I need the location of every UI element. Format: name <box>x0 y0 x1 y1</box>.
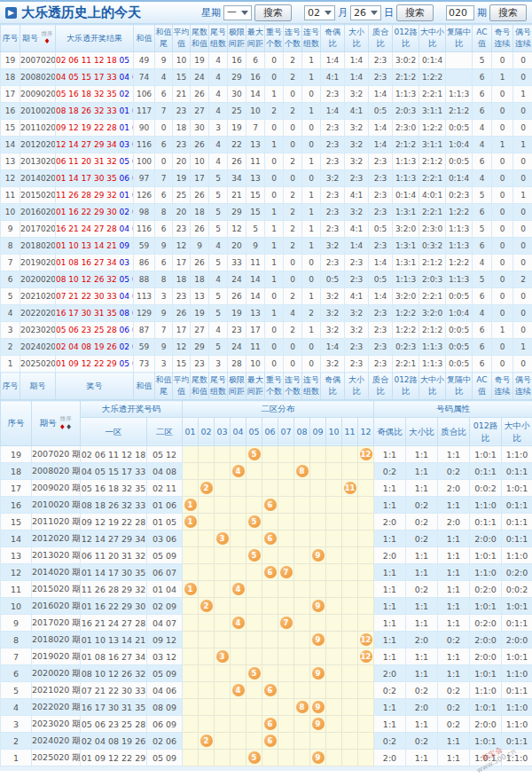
footer-column-header-20: 奇号连续 <box>492 373 513 400</box>
seq-cell: 13 <box>1 547 32 564</box>
zone1-cell: 11 26 28 29 32 <box>81 581 147 598</box>
value-cell: 5 <box>473 271 492 288</box>
attr-column-header-0: 奇偶比 <box>374 417 406 446</box>
value-cell: 100 <box>134 153 155 170</box>
front-numbers: 16 21 24 27 28 <box>56 224 117 233</box>
result-cell: 05 16 18 32 35 02 11 <box>56 86 134 103</box>
dist-cell <box>246 716 262 733</box>
week-search-button[interactable]: 搜索 <box>254 4 292 21</box>
value-cell: 3:2 <box>321 238 345 255</box>
dist-cell <box>278 547 294 564</box>
period-cell: 2020020 期 <box>32 665 81 682</box>
footer-column-header-0: 序号 <box>1 373 20 400</box>
value-cell: 1:2:2 <box>419 69 446 86</box>
value-cell: 59 <box>134 238 155 255</box>
attr-cell: 1:0:1 <box>502 480 532 497</box>
dist-cell <box>262 699 278 716</box>
value-cell: 16 <box>228 52 246 69</box>
value-cell: 3:2 <box>345 204 369 221</box>
attr-cell: 0:0:2 <box>470 480 502 497</box>
value-cell: 8 <box>155 204 173 221</box>
sort-icon[interactable]: 排序♦ <box>41 31 53 45</box>
dist-cell <box>246 733 262 750</box>
front-numbers: 02 06 11 12 18 <box>56 56 117 65</box>
value-cell: 1:0:4 <box>446 305 473 322</box>
dist-cell <box>215 581 231 598</box>
column-header-9: 最大间距 <box>246 25 265 52</box>
value-cell: 24 <box>228 339 246 356</box>
value-cell: 3:2 <box>345 305 369 322</box>
value-cell: 2:3 <box>345 271 369 288</box>
value-cell: 6 <box>473 322 492 339</box>
value-cell: 3:2 <box>345 86 369 103</box>
seq-cell: 15 <box>1 120 20 137</box>
column-header-1: 期号排序♦ <box>20 25 56 52</box>
period-cell: 2016020 <box>20 204 56 221</box>
attr-cell: 1:0:1 <box>502 598 532 615</box>
group-header-attrs: 号码属性 <box>374 401 532 418</box>
attr-cell: 0:1:1 <box>502 514 532 530</box>
footer-column-header-21: 偶号连续 <box>513 373 532 400</box>
value-cell: 0:5 <box>369 271 393 288</box>
issue-search-button[interactable]: 搜索 <box>489 4 527 21</box>
value-cell: 1 <box>492 322 513 339</box>
dist-cell <box>278 750 294 766</box>
value-cell: 0:2:3 <box>446 187 473 204</box>
value-cell: 2:3 <box>345 339 369 356</box>
dist-cell <box>231 514 246 530</box>
month-select[interactable]: 02 <box>304 5 335 20</box>
dist-cell <box>246 598 262 615</box>
table-row: 32023020 期05 06 23 25 2806 09691:11:10:2… <box>1 716 532 733</box>
issue-input[interactable] <box>446 5 474 20</box>
attr-cell: 1:1:0 <box>502 750 532 766</box>
ball: 5 <box>248 515 261 528</box>
value-cell: 4 <box>209 153 228 170</box>
dist-cell <box>278 733 294 750</box>
value-cell: 0 <box>302 120 321 137</box>
zone1-cell: 01 08 16 27 34 <box>81 648 147 665</box>
zone2-cell: 02 06 <box>147 733 183 750</box>
dist-cell <box>215 463 231 480</box>
value-cell: 25 <box>228 103 246 120</box>
value-cell: 5 <box>246 221 265 238</box>
attr-cell: 0:2 <box>438 699 470 716</box>
period-cell: 2019020 <box>20 255 56 271</box>
seq-cell: 7 <box>1 648 32 665</box>
attr-cell: 0:1:1 <box>502 615 532 632</box>
value-cell: 3 <box>209 120 228 137</box>
column-header-0: 序号 <box>1 25 20 52</box>
value-cell: 6 <box>473 339 492 356</box>
value-cell: 1:1:3 <box>393 170 419 187</box>
day-select[interactable]: 26 <box>350 5 381 20</box>
dist-cell <box>342 682 358 699</box>
dist-cell <box>294 530 310 547</box>
dist-cell: 1 <box>183 497 199 514</box>
sort-icon[interactable]: 排序♦♦ <box>59 416 72 431</box>
attr-cell: 1:1 <box>374 716 406 733</box>
front-numbers: 05 06 23 25 28 <box>56 326 117 334</box>
dist-cell: 5 <box>246 446 262 463</box>
dist-cell <box>326 648 342 665</box>
dist-cell <box>215 682 231 699</box>
value-cell: 87 <box>134 322 155 339</box>
value-cell: 9 <box>155 238 173 255</box>
value-cell: 0 <box>513 204 532 221</box>
value-cell: 6 <box>246 52 265 69</box>
attr-cell: 1:0:1 <box>470 547 502 564</box>
value-cell: 0 <box>284 137 302 153</box>
dist-cell <box>199 665 215 682</box>
value-cell: 88 <box>134 271 155 288</box>
dist-cell <box>326 716 342 733</box>
dist-cell <box>342 733 358 750</box>
attr-cell: 1:1 <box>374 530 406 547</box>
date-search-button[interactable]: 搜索 <box>396 4 434 21</box>
dist-cell <box>262 446 278 463</box>
dist-cell <box>231 480 246 497</box>
value-cell: 0 <box>513 322 532 339</box>
value-cell: 2:3 <box>369 187 393 204</box>
week-select[interactable]: 一 <box>223 5 252 20</box>
value-cell: 11 <box>246 153 265 170</box>
dist-cell <box>310 446 326 463</box>
column-header-period: 期号排序♦♦ <box>32 401 81 446</box>
zone2-cell: 05 12 <box>147 446 183 463</box>
